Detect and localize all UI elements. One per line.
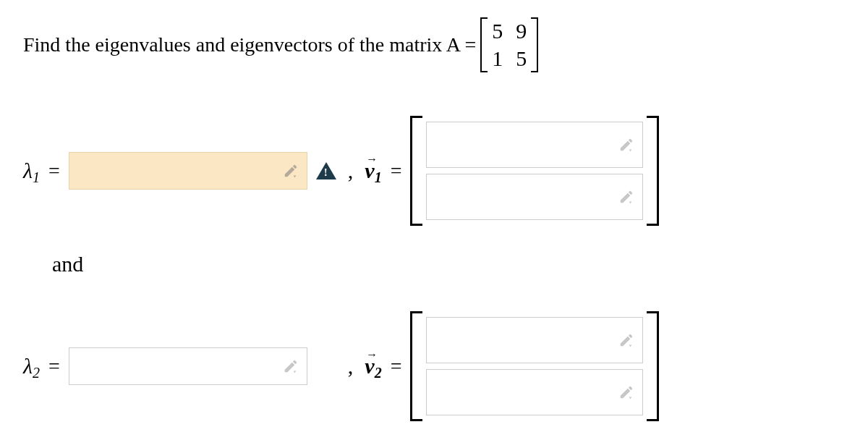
svg-marker-5	[629, 397, 632, 399]
equals-sign: =	[391, 355, 402, 378]
svg-marker-2	[629, 201, 632, 203]
pencil-icon	[282, 162, 299, 179]
svg-marker-3	[293, 371, 296, 373]
pencil-icon	[618, 384, 635, 401]
v1-component-1-input[interactable]	[426, 122, 643, 168]
matrix-cell-11: 5	[492, 19, 503, 43]
comma: ,	[348, 159, 354, 183]
matrix-cell-22: 5	[516, 46, 527, 71]
lambda2-label: λ2	[23, 354, 40, 379]
problem-text: Find the eigenvalues and eigenvectors of…	[23, 33, 476, 56]
v1-label: → v1	[365, 159, 381, 183]
v1-component-2-input[interactable]	[426, 174, 643, 220]
equals-sign: =	[391, 159, 402, 182]
lambda1-label: λ1	[23, 159, 40, 183]
warning-icon	[316, 162, 336, 179]
problem-statement: Find the eigenvalues and eigenvectors of…	[23, 17, 845, 72]
svg-marker-4	[629, 345, 632, 347]
lambda2-input[interactable]	[69, 347, 307, 385]
and-text: and	[52, 252, 845, 276]
svg-marker-0	[293, 175, 296, 177]
matrix-cell-12: 9	[516, 19, 527, 43]
vector-arrow-icon: →	[366, 153, 378, 166]
svg-marker-1	[629, 149, 632, 151]
matrix-cell-21: 1	[492, 46, 503, 71]
pencil-icon	[282, 358, 299, 375]
v2-vector-input	[410, 311, 659, 421]
vector-arrow-icon: →	[366, 348, 378, 361]
lambda1-input[interactable]	[69, 152, 307, 190]
v2-component-2-input[interactable]	[426, 369, 643, 415]
pencil-icon	[618, 331, 635, 349]
answer-row-1: λ1 = , → v1 =	[23, 116, 845, 226]
equals-sign: =	[48, 159, 60, 182]
matrix-A: 5 9 1 5	[480, 17, 538, 72]
v2-label: → v2	[365, 354, 381, 379]
equals-sign: =	[48, 355, 60, 378]
v2-component-1-input[interactable]	[426, 317, 643, 363]
answer-row-2: λ2 = , → v2 =	[23, 311, 845, 421]
pencil-icon	[618, 188, 635, 206]
comma: ,	[348, 354, 354, 379]
v1-vector-input	[410, 116, 659, 226]
pencil-icon	[618, 136, 635, 153]
